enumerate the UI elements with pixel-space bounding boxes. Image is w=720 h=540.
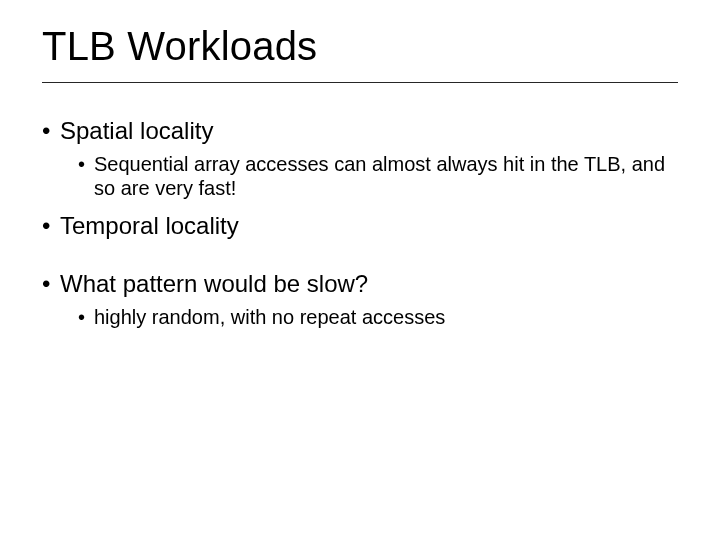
bullet-dot-icon: •: [42, 116, 60, 146]
bullet-dot-icon: •: [78, 305, 94, 329]
bullet-dot-icon: •: [78, 152, 94, 176]
bullet-dot-icon: •: [42, 211, 60, 241]
slide-title: TLB Workloads: [42, 24, 317, 69]
bullet-text: Sequential array accesses can almost alw…: [94, 152, 678, 201]
bullet-text: Spatial locality: [60, 116, 678, 146]
slide: TLB Workloads • Spatial locality • Seque…: [0, 0, 720, 540]
bullet-level2: • Sequential array accesses can almost a…: [78, 152, 678, 201]
title-divider: [42, 82, 678, 83]
bullet-level1: • Spatial locality: [42, 116, 678, 146]
bullet-text: Temporal locality: [60, 211, 678, 241]
bullet-level1: • What pattern would be slow?: [42, 269, 678, 299]
bullet-text: What pattern would be slow?: [60, 269, 678, 299]
bullet-level2: • highly random, with no repeat accesses: [78, 305, 678, 329]
bullet-level1: • Temporal locality: [42, 211, 678, 241]
bullet-dot-icon: •: [42, 269, 60, 299]
spacer: [42, 247, 678, 269]
slide-body: • Spatial locality • Sequential array ac…: [42, 116, 678, 339]
bullet-text: highly random, with no repeat accesses: [94, 305, 678, 329]
